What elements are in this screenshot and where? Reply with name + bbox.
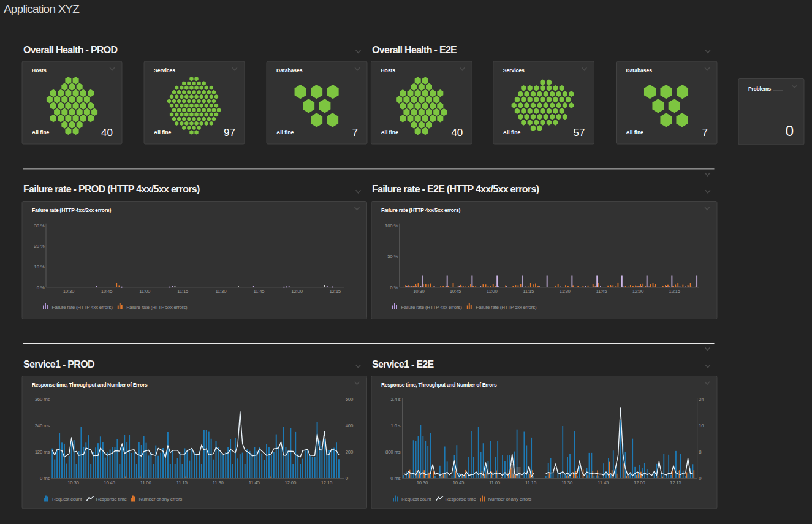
svg-text:Service1 - E2E: Service1 - E2E	[372, 359, 434, 370]
svg-text:11:00: 11:00	[139, 289, 151, 294]
svg-text:10:45: 10:45	[453, 480, 465, 485]
svg-text:Response time, Throughput and: Response time, Throughput and Number of …	[381, 382, 497, 388]
svg-text:Number of any errors: Number of any errors	[488, 496, 532, 502]
svg-text:Failure rate - E2E (HTTP 4xx/5: Failure rate - E2E (HTTP 4xx/5xx errors)	[372, 184, 539, 194]
svg-text:11:30: 11:30	[213, 480, 224, 485]
svg-text:12:00: 12:00	[632, 289, 644, 294]
svg-text:Number of any errors: Number of any errors	[139, 496, 183, 502]
svg-text:7: 7	[702, 127, 708, 139]
svg-text:All fine: All fine	[626, 129, 644, 135]
svg-text:All fine: All fine	[503, 129, 521, 135]
svg-text:30 %: 30 %	[34, 223, 45, 229]
svg-text:Services: Services	[154, 67, 175, 74]
svg-text:Failure rate (HTTP 4xx/5xx err: Failure rate (HTTP 4xx/5xx errors)	[381, 207, 460, 213]
svg-text:Failure rate (HTTP 4xx/5xx err: Failure rate (HTTP 4xx/5xx errors)	[32, 207, 111, 213]
svg-text:11:15: 11:15	[525, 480, 537, 485]
svg-text:240 ms: 240 ms	[35, 423, 50, 428]
svg-text:11:00: 11:00	[489, 480, 501, 485]
svg-text:800 ms: 800 ms	[385, 449, 401, 455]
svg-text:11:45: 11:45	[249, 480, 260, 485]
svg-text:11:00: 11:00	[487, 289, 498, 294]
svg-text:7: 7	[352, 127, 358, 139]
svg-text:400: 400	[346, 423, 354, 428]
svg-text:10:30: 10:30	[417, 480, 428, 485]
svg-text:0 %: 0 %	[390, 285, 398, 290]
svg-text:11:30: 11:30	[215, 289, 227, 294]
svg-text:Hosts: Hosts	[381, 67, 395, 74]
svg-text:All fine: All fine	[32, 129, 50, 135]
svg-text:Request count: Request count	[401, 496, 431, 502]
svg-text:120 ms: 120 ms	[35, 449, 50, 455]
svg-text:10:30: 10:30	[63, 289, 75, 294]
svg-text:11:30: 11:30	[561, 480, 573, 485]
svg-text:Request count: Request count	[52, 496, 82, 502]
svg-text:10:30: 10:30	[413, 289, 425, 294]
svg-text:12:00: 12:00	[634, 480, 645, 485]
svg-text:11:15: 11:15	[523, 289, 534, 294]
svg-text:12:00: 12:00	[291, 289, 303, 294]
svg-text:11:30: 11:30	[560, 289, 571, 294]
svg-text:Failure rate (HTTP 5xx errors): Failure rate (HTTP 5xx errors)	[126, 305, 188, 310]
svg-text:All fine: All fine	[381, 129, 398, 135]
svg-text:40: 40	[451, 127, 463, 139]
svg-text:Overall Health - PROD: Overall Health - PROD	[23, 45, 117, 55]
svg-text:11:15: 11:15	[176, 480, 188, 485]
svg-text:Response time: Response time	[96, 496, 127, 502]
svg-text:Overall Health - E2E: Overall Health - E2E	[372, 45, 457, 55]
svg-text:Response time: Response time	[446, 496, 477, 502]
svg-text:Application XYZ: Application XYZ	[4, 2, 80, 15]
svg-text:Response time, Throughput and: Response time, Throughput and Number of …	[32, 382, 148, 388]
svg-text:10:45: 10:45	[101, 289, 113, 294]
svg-text:11:45: 11:45	[596, 289, 607, 294]
svg-text:100 %: 100 %	[385, 223, 398, 229]
svg-text:200: 200	[346, 449, 354, 455]
svg-text:Failure rate (HTTP 4xx errors): Failure rate (HTTP 4xx errors)	[52, 305, 113, 310]
svg-text:600: 600	[346, 397, 354, 402]
svg-text:All fine: All fine	[154, 129, 172, 135]
svg-text:10 %: 10 %	[34, 264, 45, 270]
svg-text:20 %: 20 %	[34, 243, 45, 249]
svg-text:Hosts: Hosts	[32, 67, 47, 74]
svg-text:360 ms: 360 ms	[35, 397, 50, 402]
svg-text:12:15: 12:15	[329, 289, 341, 294]
svg-text:10:45: 10:45	[450, 289, 461, 294]
svg-text:0 ms: 0 ms	[40, 476, 50, 481]
svg-text:Databases: Databases	[626, 67, 653, 74]
svg-text:Databases: Databases	[276, 67, 303, 74]
svg-text:10:45: 10:45	[104, 480, 115, 485]
svg-text:57: 57	[574, 127, 585, 139]
svg-text:Services: Services	[503, 67, 525, 74]
svg-text:12:00: 12:00	[285, 480, 297, 485]
svg-text:2.4 s: 2.4 s	[390, 397, 400, 402]
svg-text:12:15: 12:15	[670, 480, 681, 485]
svg-text:16: 16	[699, 423, 704, 428]
svg-text:11:45: 11:45	[598, 480, 609, 485]
svg-text:Problems: Problems	[748, 86, 772, 92]
svg-text:Failure rate (HTTP 4xx errors): Failure rate (HTTP 4xx errors)	[401, 305, 463, 310]
svg-text:0 %: 0 %	[37, 285, 45, 290]
svg-text:Failure rate (HTTP 5xx errors): Failure rate (HTTP 5xx errors)	[476, 305, 537, 310]
svg-text:24: 24	[699, 397, 704, 402]
svg-text:All fine: All fine	[276, 129, 294, 135]
svg-text:0: 0	[786, 123, 794, 139]
svg-text:0 ms: 0 ms	[390, 476, 400, 481]
svg-text:40: 40	[101, 127, 113, 139]
svg-text:1.6 s: 1.6 s	[390, 423, 400, 428]
svg-text:11:15: 11:15	[177, 289, 189, 294]
svg-text:11:00: 11:00	[140, 480, 152, 485]
svg-text:11:45: 11:45	[254, 289, 265, 294]
svg-text:Failure rate - PROD (HTTP 4xx/: Failure rate - PROD (HTTP 4xx/5xx errors…	[23, 184, 200, 194]
svg-text:97: 97	[224, 127, 235, 139]
svg-text:Service1 - PROD: Service1 - PROD	[23, 359, 94, 370]
svg-text:8: 8	[699, 449, 701, 455]
svg-text:12:15: 12:15	[321, 480, 333, 485]
svg-text:12:15: 12:15	[669, 289, 680, 294]
svg-text:10:30: 10:30	[67, 480, 79, 485]
svg-text:50 %: 50 %	[387, 254, 398, 259]
